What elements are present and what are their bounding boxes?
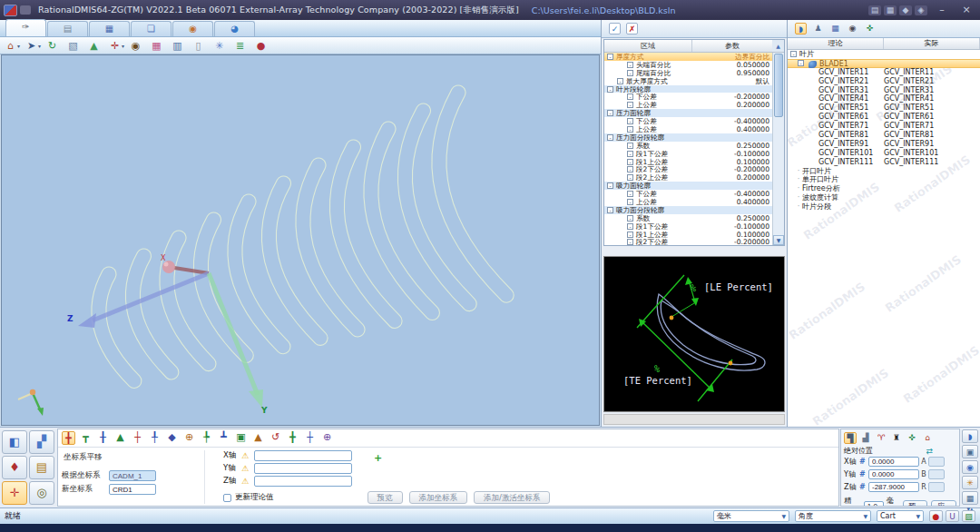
parameter-row[interactable]: -叶片段轮廓	[604, 85, 784, 94]
app-icon[interactable]	[4, 5, 17, 16]
position-apply-button[interactable]: 应用	[931, 500, 956, 507]
expander-icon[interactable]: -	[607, 134, 613, 141]
dropdown-arrow-icon[interactable]: ▾	[122, 43, 127, 49]
app-menu-icon[interactable]	[20, 5, 31, 15]
expander-icon[interactable]: -	[607, 182, 613, 189]
view-3d-icon[interactable]: ▲	[87, 39, 101, 53]
parameter-row[interactable]: -最大厚度方式 默认	[604, 77, 784, 85]
parameter-row[interactable]: -下公差 -0.200000	[604, 93, 784, 101]
expander-icon[interactable]: -	[627, 166, 633, 172]
feature-measure-icon[interactable]: ◧	[2, 430, 27, 454]
estop-icon[interactable]: ●	[929, 510, 943, 522]
precision-field[interactable]	[864, 501, 884, 507]
column-region[interactable]: 区域	[604, 40, 692, 52]
axis-position-field[interactable]	[868, 457, 919, 467]
parameter-row[interactable]: -上公差 0.400000	[604, 198, 784, 206]
parameter-row[interactable]: -下公差 -0.400000	[604, 190, 784, 198]
palette-icon[interactable]: ▦	[150, 39, 163, 53]
parameter-row[interactable]: -段1下公差 -0.100000	[604, 150, 784, 158]
probe-view-icon[interactable]: ◗	[795, 23, 807, 34]
parameter-row[interactable]: -段1下公差 -0.100000	[604, 222, 784, 231]
tree-section-row[interactable]: GCV_INTER41 GCV_INTER41	[788, 94, 980, 103]
point-cloud-icon[interactable]: ✳	[212, 39, 226, 53]
program-panel-icon[interactable]: ▦	[962, 491, 978, 505]
scrollbar-thumb[interactable]	[774, 54, 783, 117]
expander-icon[interactable]: -	[627, 143, 633, 149]
tree-analysis-row[interactable]: · Firtree分析	[788, 184, 980, 193]
tree-section-row[interactable]: GCV_INTER31 GCV_INTER31	[788, 86, 980, 95]
delete-icon[interactable]: ▯	[191, 39, 205, 53]
part-position-icon[interactable]: ▟	[859, 432, 872, 444]
report-window-icon[interactable]: ▦	[884, 5, 897, 15]
add-cs-button[interactable]: 添加坐标系	[409, 491, 468, 504]
cs-321-icon[interactable]: ╄	[200, 431, 213, 445]
expander-icon[interactable]: -	[607, 207, 613, 213]
scan-lines-icon[interactable]: ≣	[233, 39, 247, 53]
parameter-row[interactable]: -吸力面分段轮廓	[604, 206, 784, 214]
parameter-row[interactable]: -段2下公差 -0.200000	[604, 165, 784, 173]
expander-icon[interactable]: -	[627, 94, 633, 100]
zoom-window-icon[interactable]: ▧	[66, 39, 80, 53]
tab-world[interactable]: ◕	[214, 21, 255, 36]
axis-offset-field[interactable]	[254, 463, 352, 474]
axis-position-field[interactable]	[868, 482, 919, 492]
tree-blade-item[interactable]: - BLADE1	[788, 59, 980, 68]
tree-analysis-row[interactable]: · 开口叶片	[788, 167, 980, 176]
parameter-row[interactable]: -系数 0.250000	[604, 214, 784, 222]
tree-analysis-row[interactable]: · 叶片分段	[788, 202, 980, 212]
tree-section-row[interactable]: GCV_INTER21 GCV_INTER21	[788, 77, 980, 86]
minimize-button[interactable]: –	[932, 4, 952, 16]
parameter-row[interactable]: -段2上公差 0.200000	[604, 173, 784, 182]
tree-analysis-row[interactable]: · 单开口叶片	[788, 175, 980, 184]
zoom-panel-icon[interactable]: ◉	[962, 460, 978, 474]
scroll-up-icon[interactable]: ▲	[772, 40, 784, 52]
unit-dropdown[interactable]: 毫米▼	[713, 510, 789, 522]
close-panel-icon[interactable]: ✗	[626, 23, 638, 34]
settings-gear-icon[interactable]: ✳	[962, 476, 978, 489]
expander-icon[interactable]: -	[627, 223, 633, 230]
tree-section-row[interactable]: GCV_INTER61 GCV_INTER61	[788, 113, 980, 122]
tab-measure[interactable]: ✑	[5, 19, 46, 36]
refresh-position-icon[interactable]: ⇄	[926, 447, 933, 456]
joystick-icon[interactable]: ♜	[890, 432, 903, 444]
rotate-view-icon[interactable]: ↻	[45, 39, 59, 53]
feature-tree-icon[interactable]: ♟	[812, 23, 824, 34]
tab-report[interactable]: ▤	[47, 21, 88, 36]
parameter-row[interactable]: -压力面轮廓	[604, 109, 784, 117]
parameter-row[interactable]: -头端百分比 0.050000	[604, 61, 784, 69]
expander-icon[interactable]: -	[790, 51, 797, 57]
expander-icon[interactable]: -	[627, 232, 633, 238]
axis-offset-field[interactable]	[254, 450, 352, 461]
expander-icon[interactable]: -	[627, 174, 633, 181]
axis-position-field[interactable]	[868, 469, 919, 479]
expander-icon[interactable]: -	[627, 151, 633, 157]
expander-icon[interactable]: -	[627, 102, 633, 108]
preview-button[interactable]: 预览	[368, 491, 403, 504]
probe-add-icon[interactable]: ✜	[906, 432, 918, 444]
cs-6point-icon[interactable]: ▣	[234, 431, 248, 445]
parameter-row[interactable]: -段1上公差 0.100000	[604, 231, 784, 239]
expander-icon[interactable]: -	[627, 191, 633, 197]
rotary-axis-field[interactable]	[928, 457, 945, 467]
cmm-bridge-icon[interactable]: ▞	[29, 430, 54, 454]
tree-section-row[interactable]: GCV_INTER81 GCV_INTER81	[788, 131, 980, 140]
parameter-row[interactable]: -下公差 -0.400000	[604, 117, 784, 125]
cs-rps-icon[interactable]: ┻	[217, 431, 230, 445]
parameter-row[interactable]: -上公差 0.200000	[604, 101, 784, 109]
expander-icon[interactable]: -	[627, 62, 633, 68]
expander-icon[interactable]: -	[627, 215, 633, 222]
tree-section-row[interactable]: GCV_INTER101 GCV_INTER101	[788, 149, 980, 158]
probe-red-icon[interactable]: ♦	[2, 456, 27, 479]
cad-viewport[interactable]: X Z Y	[1, 54, 600, 426]
coord-mode-dropdown[interactable]: Cart▼	[877, 510, 924, 522]
update-theory-checkbox[interactable]	[223, 494, 231, 502]
window-grid-icon[interactable]: ▦	[829, 23, 841, 34]
feature-panel-icon[interactable]: ▣	[962, 445, 978, 458]
scroll-down-icon[interactable]: ▼	[773, 235, 784, 245]
cursor-icon[interactable]: ➤	[24, 39, 38, 53]
cs-origin-icon[interactable]: ┼	[131, 431, 144, 445]
column-actual[interactable]: 实际	[884, 38, 980, 49]
parameter-row[interactable]: -压力面分段轮廓	[604, 133, 784, 142]
coordinate-system-icon[interactable]: ✛	[2, 481, 27, 505]
cs-map-icon[interactable]: ┼	[303, 431, 317, 445]
